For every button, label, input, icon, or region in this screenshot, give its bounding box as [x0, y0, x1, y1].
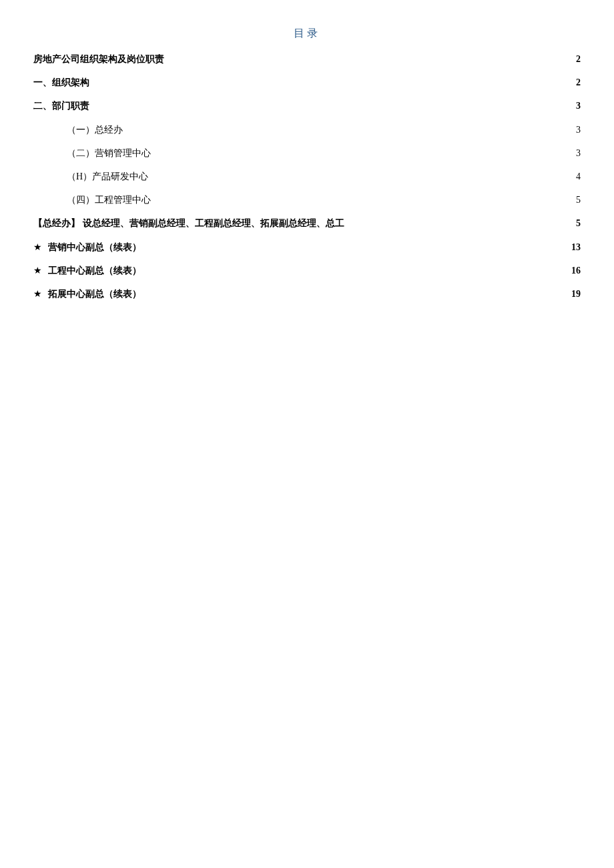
toc-label: （H）产品研发中心 — [67, 168, 148, 185]
toc-label: 一、组织架构 — [33, 74, 89, 91]
toc-page: 19 — [570, 286, 581, 302]
star-icon: ★ — [33, 239, 44, 256]
toc-entry: （四）工程管理中心 5 — [33, 191, 581, 208]
toc-page: 3 — [575, 145, 581, 161]
toc-page: 4 — [575, 168, 581, 185]
toc-page: 13 — [570, 239, 581, 256]
toc-dots — [149, 179, 573, 179]
toc-dots — [91, 108, 573, 109]
star-icon: ★ — [33, 262, 44, 279]
toc-label: （二）营销管理中心 — [67, 145, 151, 161]
toc-dots — [143, 296, 569, 297]
toc-page: 5 — [575, 191, 581, 208]
toc-entry: ★ 工程中心副总（续表） 16 — [33, 262, 581, 279]
toc-dots — [91, 85, 573, 85]
toc-dots — [346, 226, 574, 226]
toc-entry: ★ 拓展中心副总（续表） 19 — [33, 286, 581, 302]
toc-dots — [152, 202, 573, 203]
toc-page: 2 — [575, 51, 581, 67]
toc-entry: 一、组织架构 2 — [33, 74, 581, 91]
toc-entry: ★ 营销中心副总（续表） 13 — [33, 239, 581, 256]
toc-dots — [152, 155, 573, 156]
toc-dots — [124, 132, 573, 133]
toc-dots — [143, 273, 569, 274]
toc-label: 拓展中心副总（续表） — [48, 286, 141, 302]
toc-label: 营销中心副总（续表） — [48, 239, 141, 256]
toc-label: （一）总经办 — [67, 121, 123, 138]
toc-entry: 房地产公司组织架构及岗位职责 2 — [33, 51, 581, 67]
toc-page: 3 — [575, 97, 581, 114]
toc-page: 2 — [575, 74, 581, 91]
toc-dots — [143, 250, 569, 250]
toc-label: 二、部门职责 — [33, 97, 89, 114]
toc-entry: 【总经办】 设总经理、营销副总经理、工程副总经理、拓展副总经理、总工 5 — [33, 215, 581, 232]
toc-entry: （一）总经办 3 — [33, 121, 581, 138]
toc-entry: 二、部门职责 3 — [33, 97, 581, 114]
star-icon: ★ — [33, 286, 44, 302]
page-title: 目录 — [33, 27, 581, 41]
toc-page: 3 — [575, 121, 581, 138]
toc-page: 5 — [575, 215, 581, 232]
toc-label: 房地产公司组织架构及岗位职责 — [33, 51, 164, 67]
toc-entry: （H）产品研发中心 4 — [33, 168, 581, 185]
toc-page: 16 — [570, 262, 581, 279]
toc-label: （四）工程管理中心 — [67, 191, 151, 208]
toc-entry: （二）营销管理中心 3 — [33, 145, 581, 161]
table-of-contents: 房地产公司组织架构及岗位职责 2 一、组织架构 2 二、部门职责 3 （一）总经… — [33, 51, 581, 302]
toc-label: 【总经办】 设总经理、营销副总经理、工程副总经理、拓展副总经理、总工 — [33, 215, 344, 232]
toc-dots — [166, 61, 573, 62]
toc-label: 工程中心副总（续表） — [48, 262, 141, 279]
